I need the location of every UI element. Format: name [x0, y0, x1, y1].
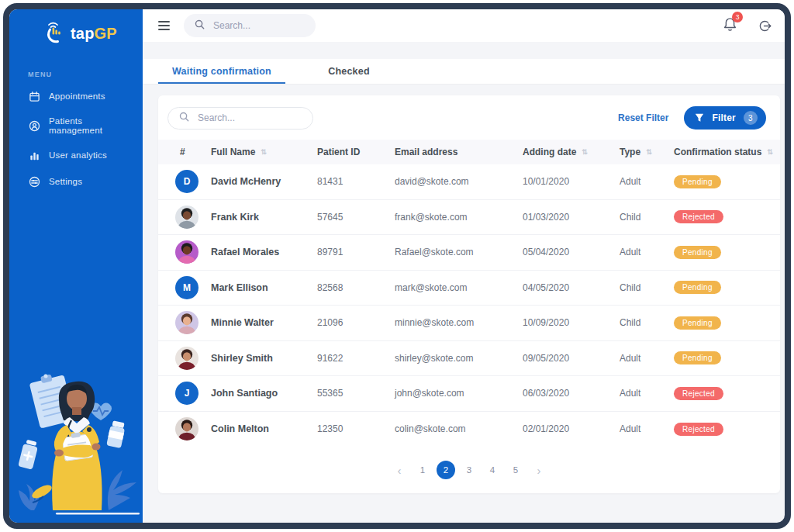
column-header-patient-id[interactable]: Patient ID [317, 147, 395, 157]
sidebar-item-label: Appointments [49, 92, 105, 101]
global-search-input[interactable] [212, 19, 305, 32]
table-row[interactable]: Rafael Morales89791Rafael@skote.com05/04… [158, 235, 780, 271]
avatar [175, 240, 198, 264]
app-logo: tapGP [9, 9, 143, 47]
cell-patient-id: 21096 [317, 317, 395, 328]
status-badge: Pending [674, 351, 721, 364]
global-search[interactable] [184, 14, 316, 37]
cell-patient-id: 81431 [317, 176, 395, 187]
topbar: 3 [143, 9, 785, 42]
doctor-illustration [9, 358, 143, 523]
notification-count-badge: 3 [732, 12, 743, 22]
menu-toggle-icon[interactable] [157, 19, 171, 32]
cell-type: Child [620, 212, 674, 223]
table-row[interactable]: JJohn Santiago55365john@skote.com06/03/2… [158, 376, 780, 412]
column-header-email-address[interactable]: Email address [395, 147, 523, 157]
column-header-[interactable]: # [172, 147, 211, 157]
status-badge: Rejected [674, 423, 723, 436]
pagination-next-icon[interactable]: › [530, 461, 548, 479]
sidebar-item-user-analytics[interactable]: User analytics [9, 142, 143, 168]
cell-full-name: Mark Ellison [211, 282, 317, 293]
table-search-input[interactable] [196, 112, 302, 124]
pagination-page-5[interactable]: 5 [506, 461, 525, 479]
table-search[interactable] [167, 107, 313, 130]
avatar: M [175, 276, 198, 299]
column-header-adding-date[interactable]: Adding date⇅ [523, 147, 620, 157]
table-row[interactable]: Minnie Walter21096minnie@skote.com10/09/… [158, 306, 780, 341]
status-badge: Pending [674, 316, 721, 330]
notifications-button[interactable]: 3 [723, 16, 737, 35]
pagination-prev-icon[interactable]: ‹ [390, 461, 409, 479]
cell-full-name: Frank Kirk [211, 212, 317, 223]
table-row[interactable]: Frank Kirk57645frank@skote.com01/03/2020… [158, 200, 780, 236]
search-icon [195, 19, 205, 33]
cell-adding-date: 10/09/2020 [523, 317, 620, 328]
sort-icon[interactable]: ⇅ [767, 148, 773, 156]
pagination-page-3[interactable]: 3 [460, 461, 478, 479]
column-header-type[interactable]: Type⇅ [620, 147, 674, 157]
table-row[interactable]: Colin Melton12350colin@skote.com02/01/20… [158, 412, 780, 447]
table-row[interactable]: DDavid McHenry81431david@skote.com10/01/… [158, 164, 780, 200]
table-toolbar: Reset Filter Filter 3 [158, 106, 780, 140]
cell-type: Adult [620, 423, 674, 434]
pagination-page-4[interactable]: 4 [483, 461, 502, 479]
avatar: D [175, 170, 198, 193]
patients-icon [28, 119, 40, 132]
cell-type: Adult [620, 353, 674, 364]
status-badge: Pending [674, 175, 721, 188]
cell-email: shirley@skote.com [395, 353, 523, 364]
cell-full-name: Minnie Walter [211, 317, 317, 328]
pagination-page-2[interactable]: 2 [437, 461, 455, 479]
table-header-row: #Full Name⇅Patient IDEmail addressAdding… [158, 140, 780, 164]
cell-full-name: David McHenry [211, 176, 317, 187]
cell-adding-date: 09/05/2020 [523, 353, 620, 364]
pagination: ‹12345› [158, 447, 780, 490]
cell-type: Child [620, 282, 674, 293]
sidebar-menu: AppointmentsPatients managementUser anal… [9, 83, 143, 195]
sidebar-item-label: Patients management [49, 116, 136, 135]
cell-email: john@skote.com [395, 388, 523, 399]
column-header-full-name[interactable]: Full Name⇅ [211, 147, 317, 157]
sidebar-item-label: Settings [49, 177, 82, 186]
cell-patient-id: 89791 [317, 247, 395, 257]
funnel-icon [695, 113, 704, 123]
cell-patient-id: 12350 [317, 423, 395, 434]
patients-table-card: Reset Filter Filter 3 #Full Name⇅Patient… [158, 95, 780, 493]
logout-button[interactable] [758, 19, 772, 33]
reset-filter-link[interactable]: Reset Filter [618, 112, 668, 123]
sort-icon[interactable]: ⇅ [582, 148, 588, 156]
avatar [175, 311, 198, 334]
sidebar: tapGP MENU AppointmentsPatients manageme… [9, 9, 143, 523]
avatar [175, 206, 198, 229]
cell-email: mark@skote.com [395, 282, 523, 293]
table-row[interactable]: Shirley Smith91622shirley@skote.com09/05… [158, 341, 780, 377]
sidebar-item-appointments[interactable]: Appointments [9, 83, 143, 109]
filter-count-badge: 3 [744, 111, 758, 125]
cell-patient-id: 55365 [317, 388, 395, 399]
main-area: 3 Waiting confirmationChecked Res [143, 9, 785, 523]
tab-waiting-confirmation[interactable]: Waiting confirmation [158, 59, 285, 84]
sort-icon[interactable]: ⇅ [261, 148, 267, 156]
avatar [175, 347, 198, 370]
sidebar-item-patients-management[interactable]: Patients management [9, 109, 143, 142]
avatar: J [175, 382, 198, 405]
pagination-page-1[interactable]: 1 [413, 461, 432, 479]
cell-full-name: Shirley Smith [211, 353, 317, 364]
status-badge: Rejected [674, 210, 723, 223]
app-title: tapGP [71, 25, 117, 43]
table-row[interactable]: MMark Ellison82568mark@skote.com04/05/20… [158, 271, 780, 306]
tab-checked[interactable]: Checked [285, 59, 413, 84]
sort-icon[interactable]: ⇅ [646, 148, 652, 156]
tab-bar: Waiting confirmationChecked [143, 59, 785, 84]
sidebar-item-settings[interactable]: Settings [9, 168, 143, 195]
menu-section-label: MENU [9, 47, 143, 83]
status-badge: Pending [674, 246, 721, 259]
table-body: DDavid McHenry81431david@skote.com10/01/… [158, 164, 780, 447]
cell-adding-date: 05/04/2020 [523, 247, 620, 257]
app-window: tapGP MENU AppointmentsPatients manageme… [3, 3, 791, 529]
column-header-confirmation-status[interactable]: Confirmation status⇅ [674, 147, 780, 157]
cell-email: david@skote.com [395, 176, 523, 187]
cell-email: frank@skote.com [395, 212, 523, 223]
filter-button[interactable]: Filter 3 [684, 106, 766, 130]
cell-full-name: John Santiago [211, 388, 317, 399]
